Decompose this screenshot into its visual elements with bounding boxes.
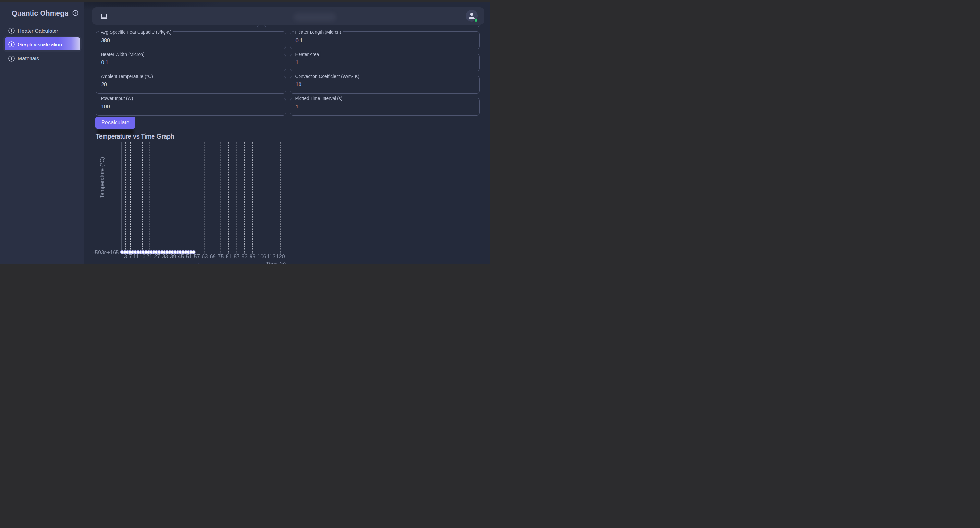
svg-text:Time (s): Time (s) <box>266 261 286 264</box>
svg-text:99: 99 <box>250 253 255 259</box>
svg-text:45: 45 <box>178 253 184 259</box>
svg-text:113: 113 <box>267 253 275 259</box>
svg-text:3: 3 <box>124 253 127 259</box>
svg-text:11: 11 <box>133 253 138 259</box>
svg-text:106: 106 <box>257 253 266 259</box>
svg-text:87: 87 <box>234 253 239 259</box>
svg-text:16: 16 <box>140 253 145 259</box>
svg-text:33: 33 <box>162 253 168 259</box>
svg-text:81: 81 <box>226 253 232 259</box>
svg-text:39: 39 <box>170 253 176 259</box>
svg-text:-593e+165: -593e+165 <box>93 249 119 255</box>
svg-text:120: 120 <box>276 253 285 259</box>
svg-text:7: 7 <box>129 253 132 259</box>
svg-text:63: 63 <box>202 253 208 259</box>
svg-text:93: 93 <box>242 253 248 259</box>
svg-text:27: 27 <box>154 253 160 259</box>
svg-text:69: 69 <box>210 253 216 259</box>
svg-text:57: 57 <box>194 253 200 259</box>
svg-text:21: 21 <box>146 253 152 259</box>
svg-text:75: 75 <box>218 253 224 259</box>
svg-text:51: 51 <box>186 253 192 259</box>
svg-text:Temperature (°C): Temperature (°C) <box>99 157 105 198</box>
